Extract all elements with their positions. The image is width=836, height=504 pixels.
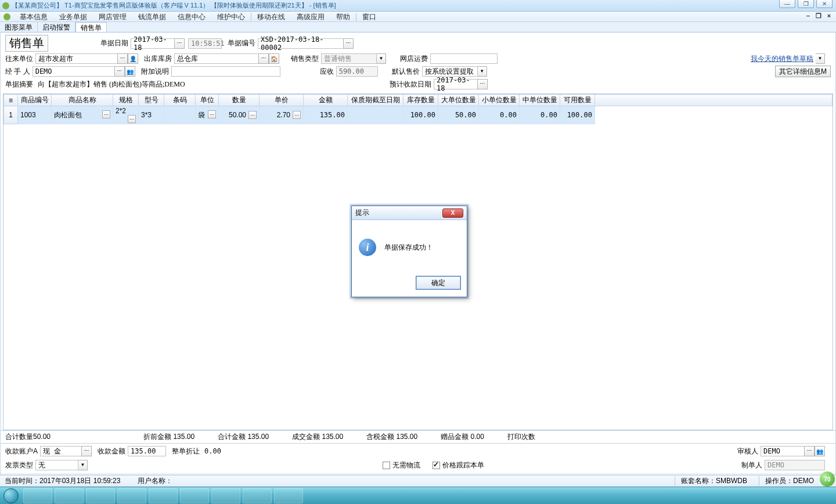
cell-code[interactable]: 1003 — [18, 106, 52, 124]
date-picker-button[interactable]: ··· — [174, 38, 185, 49]
doc-no-input[interactable]: XSD-2017-03-18-00002 — [258, 38, 344, 49]
notification-badge[interactable]: 70 — [820, 471, 835, 487]
cell-qty[interactable]: 50.00··· — [219, 106, 260, 124]
cell-name[interactable]: 肉松面包··· — [52, 106, 113, 124]
mdi-close-button[interactable]: × — [824, 12, 834, 20]
sale-type-select[interactable]: 普通销售 — [321, 53, 377, 64]
col-barcode[interactable]: 条码 — [164, 95, 196, 106]
invoice-dropdown-icon[interactable]: ▼ — [78, 460, 88, 470]
auditor-lookup-button[interactable]: ··· — [804, 446, 815, 456]
task-item[interactable] — [55, 488, 84, 503]
customer-card-icon[interactable]: 👤 — [128, 53, 138, 64]
task-item[interactable] — [180, 488, 209, 503]
menu-help[interactable]: 帮助 — [330, 12, 356, 22]
cell-expiry[interactable] — [348, 106, 403, 124]
col-avail[interactable]: 可用数量 — [560, 95, 595, 106]
task-item[interactable] — [211, 488, 240, 503]
task-item[interactable] — [23, 488, 52, 503]
cell-big-qty[interactable]: 50.00 — [438, 106, 479, 124]
dialog-title-bar[interactable]: 提示 X — [352, 206, 467, 220]
start-button[interactable] — [0, 487, 22, 505]
handler-card-icon[interactable]: 👥 — [125, 66, 135, 77]
cell-stock[interactable]: 100.00 — [403, 106, 438, 124]
cell-amount[interactable]: 135.00 — [304, 106, 348, 124]
no-ship-checkbox[interactable] — [383, 462, 390, 469]
menu-shop-manage[interactable]: 网店管理 — [93, 12, 132, 22]
col-code[interactable]: 商品编号 — [18, 95, 52, 106]
date-input[interactable]: 2017-03-18 — [131, 38, 175, 49]
handler-lookup-button[interactable]: ··· — [114, 66, 125, 77]
col-expiry[interactable]: 保质期截至日期 — [348, 95, 403, 106]
shop-ship-input[interactable] — [430, 53, 498, 64]
col-rowno[interactable]: ≡ — [4, 95, 18, 106]
task-item[interactable] — [274, 488, 303, 503]
task-item[interactable] — [149, 488, 178, 503]
cell-lookup-icon[interactable]: ··· — [128, 115, 136, 123]
drafts-link[interactable]: 我今天的销售单草稿 — [751, 54, 813, 64]
cell-spec[interactable]: 2*2··· — [113, 106, 139, 124]
task-item[interactable] — [243, 488, 272, 503]
mdi-minimize-button[interactable]: – — [803, 12, 813, 20]
warehouse-lookup-button[interactable]: ··· — [258, 53, 269, 64]
cell-barcode[interactable] — [164, 106, 196, 124]
col-stock[interactable]: 库存数量 — [403, 95, 438, 106]
menu-info-center[interactable]: 信息中心 — [172, 12, 211, 22]
cell-small-qty[interactable]: 0.00 — [479, 106, 520, 124]
tab-sales-order[interactable]: 销售单 — [75, 22, 107, 32]
cell-lookup-icon[interactable]: ··· — [208, 110, 216, 118]
win-close-button[interactable]: ✕ — [816, 0, 833, 8]
win-minimize-button[interactable]: — — [779, 0, 795, 8]
win-restore-button[interactable]: ❐ — [798, 0, 814, 8]
auditor-card-icon[interactable]: 👥 — [815, 446, 825, 456]
menu-biz-doc[interactable]: 业务单据 — [53, 12, 93, 22]
mdi-restore-button[interactable]: ❐ — [814, 12, 823, 20]
tab-alarm[interactable]: 启动报警 — [38, 22, 75, 32]
expected-date-input[interactable]: 2017-03-18 — [434, 79, 478, 89]
note-input[interactable] — [171, 66, 280, 77]
sale-type-dropdown-icon[interactable]: ▼ — [377, 53, 386, 64]
cell-lookup-icon[interactable]: ··· — [293, 111, 301, 119]
default-price-select[interactable]: 按系统设置提取 — [422, 66, 478, 77]
cell-mid-qty[interactable]: 0.00 — [520, 106, 560, 124]
col-big-qty[interactable]: 大单位数量 — [438, 95, 479, 106]
cell-lookup-icon[interactable]: ··· — [248, 111, 257, 119]
col-spec[interactable]: 规格 — [113, 95, 139, 106]
acct-input[interactable]: 现 金 — [40, 446, 82, 456]
drafts-dropdown-icon[interactable]: ▼ — [816, 53, 825, 64]
recv-amt-input[interactable]: 135.00 — [128, 446, 166, 456]
col-amount[interactable]: 金额 — [304, 95, 348, 106]
dialog-ok-button[interactable]: 确定 — [416, 276, 461, 290]
customer-lookup-button[interactable]: ··· — [117, 53, 128, 64]
col-name[interactable]: 商品名称 — [52, 95, 113, 106]
doc-no-lookup-button[interactable]: ··· — [343, 38, 354, 49]
auditor-input[interactable]: DEMO — [761, 446, 805, 456]
col-price[interactable]: 单价 — [260, 95, 304, 106]
col-qty[interactable]: 数量 — [219, 95, 260, 106]
acct-lookup-button[interactable]: ··· — [81, 446, 92, 456]
expected-date-picker-button[interactable]: ··· — [477, 79, 488, 89]
col-small-qty[interactable]: 小单位数量 — [479, 95, 520, 106]
menu-advanced[interactable]: 高级应用 — [291, 12, 330, 22]
col-unit[interactable]: 单位 — [196, 95, 219, 106]
menu-mobile[interactable]: 移动在线 — [251, 12, 291, 22]
menu-window[interactable]: 窗口 — [356, 12, 382, 22]
default-price-dropdown-icon[interactable]: ▼ — [478, 66, 487, 77]
cell-avail[interactable]: 100.00 — [560, 106, 595, 124]
more-info-button[interactable]: 其它详细信息M — [775, 66, 831, 77]
price-track-checkbox[interactable] — [433, 462, 440, 469]
col-mid-qty[interactable]: 中单位数量 — [520, 95, 560, 106]
customer-input[interactable]: 超市发超市 — [35, 53, 118, 64]
invoice-select[interactable]: 无 — [35, 460, 78, 470]
warehouse-home-icon[interactable]: 🏠 — [269, 53, 279, 64]
menu-money-doc[interactable]: 钱流单据 — [132, 12, 172, 22]
cell-rowno[interactable]: 1 — [4, 106, 18, 124]
cell-price[interactable]: 2.70··· — [260, 106, 304, 124]
menu-maintain[interactable]: 维护中心 — [211, 12, 251, 22]
whole-disc-input[interactable]: 0.00 — [202, 446, 240, 456]
dialog-close-button[interactable]: X — [442, 208, 463, 218]
grid-row[interactable]: 1 1003 肉松面包··· 2*2··· 3*3 袋··· 50.00··· … — [4, 106, 833, 124]
handler-input[interactable]: DEMO — [33, 66, 115, 77]
cell-unit[interactable]: 袋··· — [196, 106, 219, 124]
tab-graph-menu[interactable]: 图形菜单 — [0, 22, 38, 32]
warehouse-input[interactable]: 总仓库 — [174, 53, 259, 64]
